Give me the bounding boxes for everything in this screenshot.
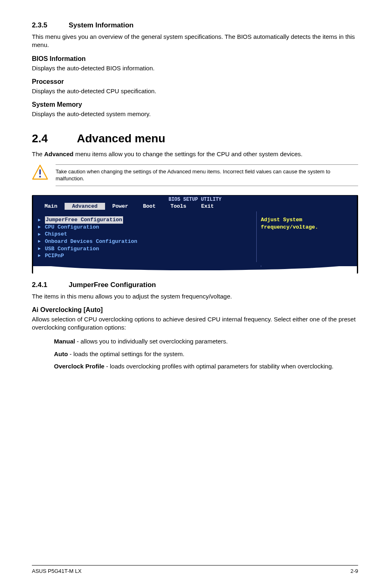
triangle-right-icon: ▶ (38, 246, 41, 252)
subhead-system-memory: System Memory (32, 101, 358, 108)
option-bold: Auto (54, 350, 68, 357)
triangle-right-icon: ▶ (38, 224, 41, 230)
bios-tab-tools[interactable]: Tools (163, 203, 194, 210)
heading-number: 2.3.5 (32, 21, 69, 29)
option-bold: Manual (54, 338, 75, 345)
heading-title: JumperFree Configuration (69, 281, 156, 289)
bios-menu-item-pcipnp[interactable]: ▶PCIPnP (38, 252, 251, 260)
intro-text: The (32, 150, 44, 157)
bios-menu-item-onboard[interactable]: ▶Onboard Devices Configuration (38, 238, 251, 245)
bios-menu-list: ▶JumperFree Configuration ▶CPU Configura… (33, 211, 256, 266)
caution-block: Take caution when changing the settings … (32, 164, 358, 186)
bios-menu-item-usb[interactable]: ▶USB Configuration (38, 245, 251, 253)
bios-menu-item-cpu[interactable]: ▶CPU Configuration (38, 224, 251, 231)
bios-menu-label: USB Configuration (45, 245, 99, 253)
bios-menu-label: CPU Configuration (45, 224, 99, 231)
option-text: - loads the optimal settings for the sys… (68, 350, 184, 357)
bios-help-line: Adjust System (261, 216, 353, 224)
bios-bottom-fade (33, 266, 357, 274)
document-page: 2.3.5System Information This menu gives … (0, 0, 390, 588)
bios-tab-main[interactable]: Main (37, 203, 65, 210)
bios-tab-boot[interactable]: Boot (136, 203, 163, 210)
heading-title: Advanced menu (77, 132, 165, 145)
bios-menu-label: PCIPnP (45, 252, 64, 260)
bios-menu-label: Chipset (45, 231, 67, 238)
section-intro: This menu gives you an overview of the g… (32, 33, 358, 49)
bios-tab-exit[interactable]: Exit (194, 203, 221, 210)
section-intro: The items in this menu allows you to adj… (32, 292, 358, 301)
section-intro: The Advanced menu items allow you to cha… (32, 150, 358, 158)
subhead-ai-overclocking: Ai Overclocking [Auto] (32, 306, 358, 314)
bios-title: BIOS SETUP UTILITY (33, 195, 357, 203)
body-ai-overclocking: Allows selection of CPU overclocking opt… (32, 315, 358, 332)
heading-2-4-1: 2.4.1JumperFree Configuration (32, 281, 358, 289)
triangle-right-icon: ▶ (38, 238, 41, 245)
option-text: - loads overclocking profiles with optim… (104, 363, 333, 370)
subhead-processor: Processor (32, 78, 358, 85)
triangle-right-icon: ▶ (38, 253, 41, 259)
heading-number: 2.4.1 (32, 281, 69, 289)
heading-2-3-5: 2.3.5System Information (32, 21, 358, 29)
bios-help-panel: Adjust System frequency/voltage. (256, 211, 357, 266)
heading-number: 2.4 (32, 132, 77, 145)
caution-text: Take caution when changing the settings … (56, 168, 358, 182)
bios-menu-item-jumperfree[interactable]: ▶JumperFree Configuration (38, 216, 251, 224)
option-overclock-profile: Overclock Profile - loads overclocking p… (54, 362, 358, 370)
svg-rect-1 (39, 169, 41, 175)
bios-menu-label: Onboard Devices Configuration (45, 238, 137, 245)
option-manual: Manual - allows you to individually set … (54, 337, 358, 346)
option-bold: Overclock Profile (54, 363, 104, 370)
body-system-memory: Displays the auto-detected system memory… (32, 110, 358, 118)
caution-triangle-icon (32, 164, 48, 180)
option-auto: Auto - loads the optimal settings for th… (54, 350, 358, 358)
heading-2-4: 2.4Advanced menu (32, 132, 358, 145)
intro-text: menu items allow you to change the setti… (74, 150, 303, 157)
triangle-right-icon: ▶ (38, 231, 41, 238)
option-list: Manual - allows you to individually set … (54, 337, 358, 370)
bios-tab-advanced[interactable]: Advanced (65, 203, 105, 210)
option-text: - allows you to individually set overclo… (75, 338, 228, 345)
triangle-right-icon: ▶ (38, 217, 41, 223)
body-processor: Displays the auto-detected CPU specifica… (32, 87, 358, 95)
intro-bold: Advanced (44, 150, 74, 157)
bios-menu-item-chipset[interactable]: ▶Chipset (38, 231, 251, 238)
bios-setup-utility: BIOS SETUP UTILITY Main Advanced Power B… (32, 195, 358, 274)
bios-tab-power[interactable]: Power (105, 203, 136, 210)
body-bios-info: Displays the auto-detected BIOS informat… (32, 64, 358, 72)
page-footer: ASUS P5G41T-M LX 2-9 (32, 565, 358, 574)
svg-point-2 (39, 175, 41, 177)
footer-page-number: 2-9 (350, 568, 358, 574)
footer-product: ASUS P5G41T-M LX (32, 568, 81, 574)
caution-text-wrap: Take caution when changing the settings … (56, 164, 358, 186)
bios-body: ▶JumperFree Configuration ▶CPU Configura… (33, 211, 357, 266)
bios-menu-label: JumperFree Configuration (45, 216, 123, 224)
bios-tab-row: Main Advanced Power Boot Tools Exit (33, 203, 357, 212)
subhead-bios-info: BIOS Information (32, 55, 358, 63)
bios-help-line: frequency/voltage. (261, 224, 353, 231)
heading-title: System Information (69, 21, 134, 29)
